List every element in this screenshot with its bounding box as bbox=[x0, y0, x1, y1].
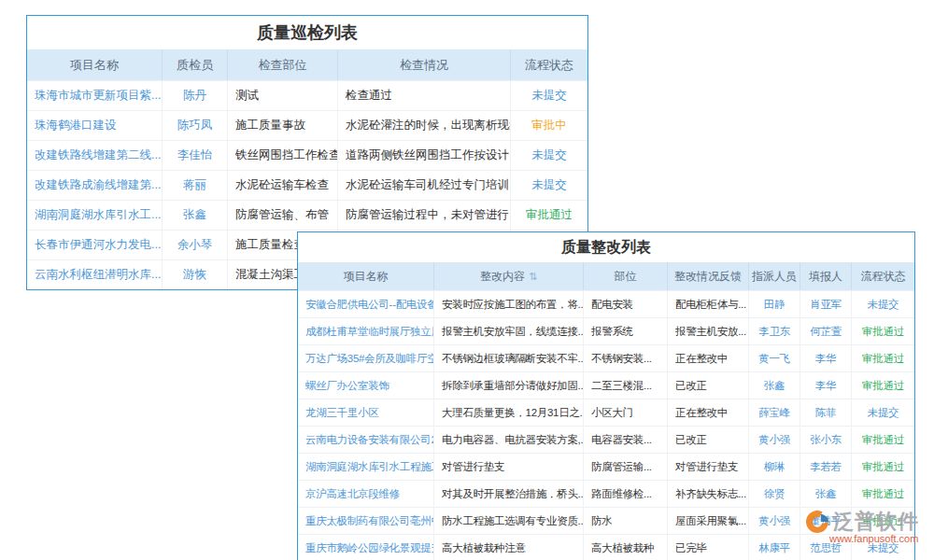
reporter-link[interactable]: 陈菲 bbox=[800, 399, 851, 426]
assignee-link[interactable]: 柳琳 bbox=[748, 454, 800, 480]
project-name-link[interactable]: 螺丝厂办公室装饰 bbox=[298, 372, 433, 399]
part-cell: 路面维修检... bbox=[583, 481, 667, 507]
inspection-list-title: 质量巡检列表 bbox=[27, 16, 587, 49]
table-row: 成都杜甫草堂临时展厅独立展...报警主机安放牢固，线缆连接...报警系统报警主机… bbox=[298, 317, 914, 344]
column-header-label: 项目名称 bbox=[344, 269, 389, 285]
column-header-label: 项目名称 bbox=[70, 57, 119, 74]
project-name-link[interactable]: 龙湖三千里小区 bbox=[298, 399, 433, 426]
project-name-link[interactable]: 珠海市城市更新项目紫... bbox=[27, 81, 162, 110]
flow-status-cell: 审批通过 bbox=[851, 345, 914, 371]
table-row: 湖南洞庭湖水库引水工程施工I标对管进行垫支防腐管运输...对管进行垫支柳琳李若若… bbox=[298, 453, 914, 480]
assignee-link[interactable]: 黄小强 bbox=[748, 508, 800, 534]
flow-status-cell: 审批通过 bbox=[510, 201, 587, 230]
watermark-url-text: www.fanpusoft.com bbox=[829, 533, 919, 544]
fanpu-watermark: 泛普软件 www.fanpusoft.com bbox=[803, 508, 919, 544]
inspect-result-cell: 检查通过 bbox=[337, 81, 510, 110]
inspection-table-header: 项目名称质检员检查部位检查情况流程状态 bbox=[27, 49, 587, 80]
assignee-link[interactable]: 徐贤 bbox=[748, 481, 800, 507]
assignee-link[interactable]: 张鑫 bbox=[748, 372, 800, 399]
assignee-link[interactable]: 李卫东 bbox=[748, 318, 800, 344]
rectify-content-cell: 拆除到承重墙部分请做好加固... bbox=[433, 372, 583, 399]
inspect-part-cell: 水泥砼运输车检查 bbox=[227, 171, 337, 200]
assignee-link[interactable]: 黄小强 bbox=[748, 427, 800, 453]
column-header-label: 检查情况 bbox=[400, 57, 448, 74]
column-header-flow-status: 流程状态 bbox=[510, 49, 587, 80]
reporter-link[interactable]: 何芷萱 bbox=[800, 318, 851, 344]
rectify-content-cell: 高大植被栽种注意 bbox=[433, 535, 583, 560]
project-name-link[interactable]: 重庆太极制药有限公司亳州中... bbox=[298, 508, 433, 534]
flow-status-cell: 审批中 bbox=[510, 111, 587, 140]
project-name-link[interactable]: 改建铁路成渝线增建第... bbox=[27, 171, 162, 200]
inspector-link[interactable]: 陈巧凤 bbox=[162, 111, 227, 140]
inspector-link[interactable]: 张鑫 bbox=[162, 201, 227, 230]
project-name-link[interactable]: 成都杜甫草堂临时展厅独立展... bbox=[298, 318, 433, 344]
column-header-rectify-content[interactable]: 整改内容⇅ bbox=[433, 262, 583, 290]
project-name-link[interactable]: 珠海鹤港口建设 bbox=[27, 111, 162, 140]
assignee-link[interactable]: 薛宝峰 bbox=[748, 399, 800, 426]
column-header-label: 整改内容 bbox=[480, 269, 525, 285]
rectify-content-cell: 对管进行垫支 bbox=[433, 454, 583, 480]
flow-status-cell: 审批通过 bbox=[851, 481, 914, 507]
inspector-link[interactable]: 蒋丽 bbox=[162, 171, 227, 200]
inspector-link[interactable]: 陈丹 bbox=[162, 81, 227, 110]
rectify-content-cell: 不锈钢边框玻璃隔断安装不牢... bbox=[433, 345, 583, 371]
column-header-label: 质检员 bbox=[177, 57, 213, 74]
fanpu-logo-icon bbox=[803, 508, 831, 536]
column-header-project-name: 项目名称 bbox=[298, 262, 433, 290]
inspector-link[interactable]: 李佳怡 bbox=[162, 141, 227, 170]
rectify-content-cell: 报警主机安放牢固，线缆连接... bbox=[433, 318, 583, 344]
reporter-link[interactable]: 张小东 bbox=[800, 427, 851, 453]
column-header-inspect-result: 检查情况 bbox=[337, 49, 510, 80]
inspect-result-cell: 道路两侧铁丝网围挡工作按设计... bbox=[337, 141, 510, 170]
reporter-link[interactable]: 肖亚军 bbox=[800, 291, 851, 317]
inspect-part-cell: 测试 bbox=[227, 81, 337, 110]
project-name-link[interactable]: 安徽合肥供电公司--配电设备... bbox=[298, 291, 433, 317]
project-name-link[interactable]: 云南水利枢纽潜明水库... bbox=[27, 260, 162, 289]
inspector-link[interactable]: 余小琴 bbox=[162, 231, 227, 259]
part-cell: 电容器安装... bbox=[583, 427, 667, 453]
inspect-result-cell: 防腐管运输过程中，未对管进行... bbox=[337, 201, 510, 230]
feedback-cell: 已完毕 bbox=[667, 535, 748, 560]
column-header-label: 流程状态 bbox=[525, 57, 573, 74]
column-header-feedback: 整改情况反馈 bbox=[667, 262, 748, 290]
project-name-link[interactable]: 万达广场35#会所及咖啡厅空... bbox=[298, 345, 433, 371]
column-header-inspect-part: 检查部位 bbox=[227, 49, 337, 80]
feedback-cell: 正在整改中 bbox=[667, 399, 748, 426]
project-name-link[interactable]: 湖南洞庭湖水库引水工... bbox=[27, 201, 162, 230]
flow-status-cell: 未提交 bbox=[510, 81, 587, 110]
reporter-link[interactable]: 李华 bbox=[800, 345, 851, 371]
column-header-project-name: 项目名称 bbox=[27, 49, 162, 80]
feedback-cell: 已改正 bbox=[667, 372, 748, 399]
feedback-cell: 正在整改中 bbox=[667, 345, 748, 371]
inspect-part-cell: 防腐管运输、布管 bbox=[227, 201, 337, 230]
inspect-part-cell: 施工质量事故 bbox=[227, 111, 337, 140]
reporter-link[interactable]: 李若若 bbox=[800, 454, 851, 480]
assignee-link[interactable]: 田静 bbox=[748, 291, 800, 317]
flow-status-cell: 审批通过 bbox=[851, 372, 914, 399]
table-row: 湖南洞庭湖水库引水工...张鑫防腐管运输、布管防腐管运输过程中，未对管进行...… bbox=[27, 200, 587, 230]
rectify-content-cell: 防水工程施工选调有专业资质... bbox=[433, 508, 583, 534]
project-name-link[interactable]: 京沪高速北京段维修 bbox=[298, 481, 433, 507]
assignee-link[interactable]: 林康平 bbox=[748, 535, 800, 560]
rectification-table-header: 项目名称整改内容⇅部位整改情况反馈指派人员填报人流程状态 bbox=[298, 262, 914, 290]
rectify-content-cell: 对其及时开展整治措施，桥头... bbox=[433, 481, 583, 507]
column-header-inspector: 质检员 bbox=[162, 49, 227, 80]
feedback-cell: 已改正 bbox=[667, 427, 748, 453]
project-name-link[interactable]: 湖南洞庭湖水库引水工程施工I标 bbox=[298, 454, 433, 480]
reporter-link[interactable]: 张鑫 bbox=[800, 481, 851, 507]
project-name-link[interactable]: 重庆市鹅岭公园绿化景观提升... bbox=[298, 535, 433, 560]
assignee-link[interactable]: 黄一飞 bbox=[748, 345, 800, 371]
sort-icon[interactable]: ⇅ bbox=[529, 272, 537, 282]
part-cell: 报警系统 bbox=[583, 318, 667, 344]
part-cell: 配电安装 bbox=[583, 291, 667, 317]
project-name-link[interactable]: 长春市伊通河水力发电... bbox=[27, 231, 162, 259]
inspector-link[interactable]: 游恢 bbox=[162, 260, 227, 289]
part-cell: 不锈钢安装... bbox=[583, 345, 667, 371]
feedback-cell: 屋面采用聚氯... bbox=[667, 508, 748, 534]
table-row: 螺丝厂办公室装饰拆除到承重墙部分请做好加固...二至三楼混...已改正张鑫李华审… bbox=[298, 371, 914, 399]
table-row: 安徽合肥供电公司--配电设备...安装时应按施工图的布置，将...配电安装配电柜… bbox=[298, 290, 914, 317]
project-name-link[interactable]: 改建铁路线增建第二线... bbox=[27, 141, 162, 170]
project-name-link[interactable]: 云南电力设备安装有限公司20... bbox=[298, 427, 433, 453]
reporter-link[interactable]: 李华 bbox=[800, 372, 851, 399]
rectify-content-cell: 电力电容器、电抗器安装方案,... bbox=[433, 427, 583, 453]
